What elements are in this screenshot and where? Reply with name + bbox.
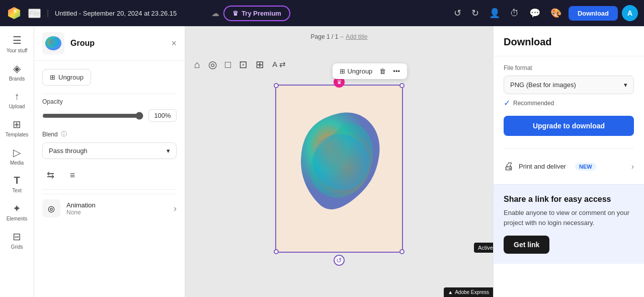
sidebar-item-elements[interactable]: ✦ Elements xyxy=(2,198,32,226)
icon-row: ⇆ ≡ xyxy=(42,167,177,183)
sidebar-label-your-stuff: Your stuff xyxy=(7,48,28,53)
canvas-tool-circle[interactable]: ◎ xyxy=(205,56,220,72)
text-icon: T xyxy=(14,175,20,186)
download-divider xyxy=(504,148,634,148)
sidebar-label-templates: Templates xyxy=(6,132,29,137)
sidebar-label-grids: Grids xyxy=(11,244,23,250)
adobe-express-badge: ▲ Adobe Express xyxy=(444,287,493,297)
opacity-slider[interactable] xyxy=(42,112,143,120)
handle-top-left[interactable] xyxy=(274,83,279,88)
active-badge: Active xyxy=(474,243,493,253)
canvas-tool-crop[interactable]: ⌂ xyxy=(191,57,203,72)
sidebar-item-text[interactable]: T Text xyxy=(2,171,32,197)
timer-button[interactable]: ⏱ xyxy=(507,6,522,21)
canvas-tool-rect[interactable]: □ xyxy=(222,57,234,72)
collaborators-button[interactable]: 👤 xyxy=(486,6,503,21)
file-format-label: File format xyxy=(504,64,634,71)
ungroup-button[interactable]: ⊞ Ungroup xyxy=(42,69,91,86)
flip-icon[interactable]: ⇆ xyxy=(42,167,58,183)
animation-row[interactable]: ◎ Animation None › xyxy=(42,194,177,222)
share-panel: Share a link for easy access Enable anyo… xyxy=(494,184,644,264)
blend-info-icon: ⓘ xyxy=(61,130,67,138)
canvas-tool-grid[interactable]: ⊞ xyxy=(253,56,267,72)
get-link-button[interactable]: Get link xyxy=(504,236,549,254)
templates-icon: ⊞ xyxy=(13,118,21,130)
canvas-tool-translate[interactable]: A ⇄ xyxy=(269,58,288,71)
download-panel-body: File format PNG (Best for images) ▾ ✓ Re… xyxy=(494,56,644,184)
file-format-select[interactable]: PNG (Best for images) ▾ xyxy=(504,76,634,94)
sidebar-item-brands[interactable]: ◈ Brands xyxy=(2,58,32,86)
canvas-tool-frame[interactable]: ⊡ xyxy=(236,56,251,72)
print-and-deliver-row[interactable]: 🖨 Print and deliver NEW › xyxy=(504,157,634,176)
add-title-link[interactable]: Add title xyxy=(346,33,367,40)
cloud-icon: ☁ xyxy=(211,9,219,18)
undo-button[interactable]: ↺ xyxy=(451,6,464,21)
print-label: Print and deliver xyxy=(519,163,566,170)
sidebar-item-grids[interactable]: ⊟ Grids xyxy=(2,227,32,254)
close-panel-button[interactable]: × xyxy=(171,38,177,49)
divider-2 xyxy=(42,189,177,190)
recommended-label: Recommended xyxy=(513,100,554,107)
media-icon: ▷ xyxy=(13,146,21,159)
elements-icon: ✦ xyxy=(13,202,21,214)
page-number: Page 1 / 1 xyxy=(311,33,339,40)
avatar[interactable]: A xyxy=(622,5,638,21)
canvas-context-toolbar: ⊞ Ungroup 🗑 ••• xyxy=(333,63,407,79)
sidebar-label-brands: Brands xyxy=(9,76,25,82)
rotate-handle[interactable]: ↺ xyxy=(334,255,345,266)
format-arrow-icon: ▾ xyxy=(624,81,627,89)
props-header: Group × xyxy=(34,26,185,61)
ungroup-bar-label: Ungroup xyxy=(347,67,372,75)
brand-button[interactable]: 🎨 xyxy=(547,6,565,21)
sidebar-label-media: Media xyxy=(10,160,24,166)
canvas-more-button[interactable]: ••• xyxy=(390,65,403,77)
recommended-icon: ✓ xyxy=(504,98,510,108)
animation-info: Animation None xyxy=(66,201,174,216)
canvas-area[interactable]: Page 1 / 1 – Add title ⌂ ◎ □ ⊡ ⊞ A ⇄ ♛ ⊞… xyxy=(185,26,493,297)
blend-label: Blend xyxy=(42,131,58,138)
animation-arrow-icon: › xyxy=(174,203,177,214)
canvas-delete-button[interactable]: 🗑 xyxy=(376,65,389,77)
props-body: ⊞ Ungroup Opacity 100% Blend ⓘ Pass thro… xyxy=(34,61,185,231)
layers-icon[interactable]: ≡ xyxy=(64,167,80,183)
grids-icon: ⊟ xyxy=(13,231,21,243)
sidebar-item-templates[interactable]: ⊞ Templates xyxy=(2,114,32,141)
canva-logo[interactable] xyxy=(6,5,22,21)
handle-top-right[interactable] xyxy=(399,83,405,88)
animation-title: Animation xyxy=(66,201,174,209)
handle-bottom-right[interactable] xyxy=(399,249,405,254)
group-thumbnail xyxy=(42,32,64,54)
download-panel-title: Download xyxy=(494,26,644,56)
sidebar-item-upload[interactable]: ↑ Upload xyxy=(2,87,32,113)
format-value: PNG (Best for images) xyxy=(510,81,576,89)
blend-value: Pass through xyxy=(49,147,88,155)
blend-select[interactable]: Pass through ▾ xyxy=(42,142,177,159)
document-title: Untitled - September 20, 2024 at 23.26.1… xyxy=(55,10,207,17)
svg-point-3 xyxy=(49,38,59,46)
adobe-icon: ▲ xyxy=(448,289,453,295)
properties-panel: Group × ⊞ Ungroup Opacity 100% Blend ⓘ P… xyxy=(34,26,185,297)
sidebar-item-media[interactable]: ▷ Media xyxy=(2,142,32,170)
upgrade-to-download-button[interactable]: Upgrade to download xyxy=(504,116,634,136)
ungroup-icon: ⊞ xyxy=(50,73,55,81)
redo-button[interactable]: ↻ xyxy=(468,6,482,21)
opacity-input[interactable]: 100% xyxy=(148,109,177,122)
blob-graphic xyxy=(289,98,389,239)
group-title: Group xyxy=(70,39,165,48)
download-button[interactable]: Download xyxy=(569,6,618,21)
sidebar-label-text: Text xyxy=(12,188,21,193)
comments-button[interactable]: 💬 xyxy=(526,6,543,21)
sidebar-item-your-stuff[interactable]: ☰ Your stuff xyxy=(2,30,32,57)
try-premium-button[interactable]: ♛ Try Premium xyxy=(223,6,290,21)
canvas-ungroup-button[interactable]: ⊞ Ungroup xyxy=(337,65,375,77)
your-stuff-icon: ☰ xyxy=(13,34,22,46)
canvas-element[interactable]: ♛ ⊞ Ungroup 🗑 ••• xyxy=(276,86,402,252)
print-left: 🖨 Print and deliver NEW xyxy=(504,161,596,172)
ungroup-bar-icon: ⊞ xyxy=(340,67,345,75)
brands-icon: ◈ xyxy=(13,62,21,75)
main-layout: ☰ Your stuff ◈ Brands ↑ Upload ⊞ Templat… xyxy=(0,26,644,297)
handle-bottom-left[interactable] xyxy=(274,249,279,254)
premium-label: Try Premium xyxy=(242,10,281,17)
page-label: Page 1 / 1 – Add title xyxy=(311,33,368,40)
file-menu[interactable]: File xyxy=(28,9,41,18)
